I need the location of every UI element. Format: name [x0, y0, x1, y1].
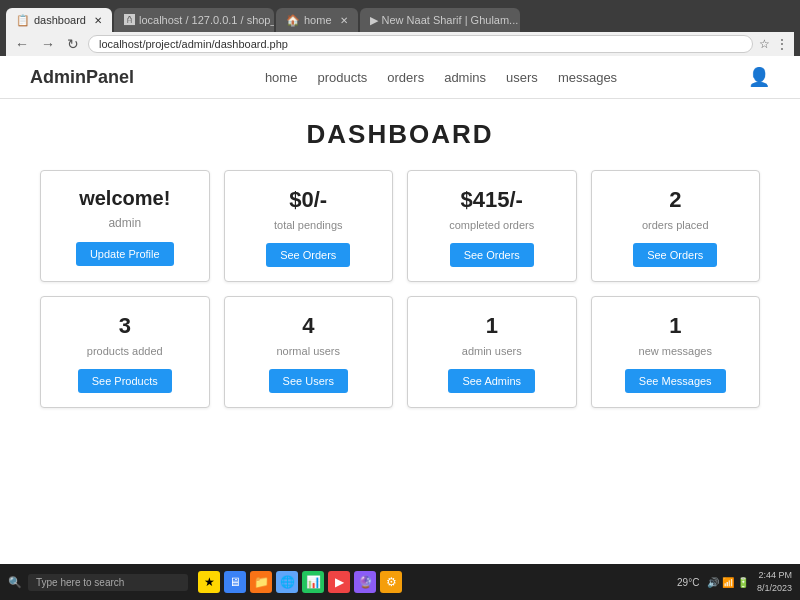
- tab-label: dashboard: [34, 14, 86, 26]
- cards-row-1: welcome! admin Update Profile $0/- total…: [40, 170, 760, 282]
- taskbar-icon-5[interactable]: 📊: [302, 571, 324, 593]
- card-pendings-label: total pendings: [274, 219, 343, 231]
- card-messages: 1 new messages See Messages: [591, 296, 761, 408]
- tab-close-btn[interactable]: ✕: [340, 15, 348, 26]
- card-admin-users-label: admin users: [462, 345, 522, 357]
- brand-name: AdminPanel: [30, 67, 134, 88]
- taskbar-clock: 2:44 PM 8/1/2023: [757, 569, 792, 594]
- tab-favicon: 📋: [16, 14, 30, 27]
- nav-messages[interactable]: messages: [558, 70, 617, 85]
- back-btn[interactable]: ←: [12, 36, 32, 52]
- tab-dashboard[interactable]: 📋 dashboard ✕: [6, 8, 112, 32]
- see-orders-placed-button[interactable]: See Orders: [633, 243, 717, 267]
- update-profile-button[interactable]: Update Profile: [76, 242, 174, 266]
- see-messages-button[interactable]: See Messages: [625, 369, 726, 393]
- card-completed-label: completed orders: [449, 219, 534, 231]
- nav-orders[interactable]: orders: [387, 70, 424, 85]
- see-orders-completed-button[interactable]: See Orders: [450, 243, 534, 267]
- tab-label: home: [304, 14, 332, 26]
- see-products-button[interactable]: See Products: [78, 369, 172, 393]
- card-products-value: 3: [119, 313, 131, 339]
- tab-favicon: ▶: [370, 14, 378, 27]
- tab-close-btn[interactable]: ✕: [94, 15, 102, 26]
- nav-home[interactable]: home: [265, 70, 298, 85]
- card-normal-users-label: normal users: [276, 345, 340, 357]
- card-completed-orders: $415/- completed orders See Orders: [407, 170, 577, 282]
- taskbar-icon-7[interactable]: 🔮: [354, 571, 376, 593]
- see-orders-pendings-button[interactable]: See Orders: [266, 243, 350, 267]
- card-admin-users: 1 admin users See Admins: [407, 296, 577, 408]
- taskbar-time-display: 2:44 PM: [757, 569, 792, 582]
- card-admin-users-value: 1: [486, 313, 498, 339]
- taskbar-icon-4[interactable]: 🌐: [276, 571, 298, 593]
- forward-btn[interactable]: →: [38, 36, 58, 52]
- tab-localhost[interactable]: 🅰 localhost / 127.0.0.1 / shop_db ✕: [114, 8, 274, 32]
- card-welcome-heading: welcome!: [79, 187, 170, 210]
- tab-naat[interactable]: ▶ New Naat Sharif | Ghulam... ✕: [360, 8, 520, 32]
- card-orders-placed: 2 orders placed See Orders: [591, 170, 761, 282]
- system-tray-icons: 🔊 📶 🔋: [707, 577, 749, 588]
- card-total-pendings: $0/- total pendings See Orders: [224, 170, 394, 282]
- taskbar-icon-8[interactable]: ⚙: [380, 571, 402, 593]
- settings-icon[interactable]: ⋮: [776, 37, 788, 51]
- top-nav: AdminPanel home products orders admins u…: [0, 56, 800, 99]
- bookmark-icon[interactable]: ☆: [759, 37, 770, 51]
- browser-icons: ☆ ⋮: [759, 37, 788, 51]
- card-products-label: products added: [87, 345, 163, 357]
- browser-chrome: 📋 dashboard ✕ 🅰 localhost / 127.0.0.1 / …: [0, 0, 800, 56]
- taskbar-icon-3[interactable]: 📁: [250, 571, 272, 593]
- card-admin-label: admin: [108, 216, 141, 230]
- nav-links: home products orders admins users messag…: [265, 70, 617, 85]
- taskbar-right: 29°C 🔊 📶 🔋 2:44 PM 8/1/2023: [677, 569, 792, 594]
- cards-row-2: 3 products added See Products 4 normal u…: [40, 296, 760, 408]
- card-pendings-value: $0/-: [289, 187, 327, 213]
- see-users-button[interactable]: See Users: [269, 369, 348, 393]
- tab-favicon: 🅰: [124, 14, 135, 26]
- card-messages-label: new messages: [639, 345, 712, 357]
- card-placed-value: 2: [669, 187, 681, 213]
- tab-label: New Naat Sharif | Ghulam...: [382, 14, 519, 26]
- dashboard-title: DASHBOARD: [40, 119, 760, 150]
- tab-favicon: 🏠: [286, 14, 300, 27]
- card-completed-value: $415/-: [461, 187, 523, 213]
- tab-label: localhost / 127.0.0.1 / shop_db: [139, 14, 274, 26]
- taskbar-icons: ★ 🖥 📁 🌐 📊 ▶ 🔮 ⚙: [198, 571, 402, 593]
- taskbar-search[interactable]: Type here to search: [28, 574, 188, 591]
- tab-home[interactable]: 🏠 home ✕: [276, 8, 358, 32]
- nav-admins[interactable]: admins: [444, 70, 486, 85]
- card-welcome: welcome! admin Update Profile: [40, 170, 210, 282]
- search-icon: 🔍: [8, 576, 22, 589]
- weather-display: 29°C: [677, 577, 699, 588]
- taskbar-icon-6[interactable]: ▶: [328, 571, 350, 593]
- nav-users[interactable]: users: [506, 70, 538, 85]
- address-text: localhost/project/admin/dashboard.php: [99, 38, 288, 50]
- taskbar-date-display: 8/1/2023: [757, 582, 792, 595]
- address-bar[interactable]: localhost/project/admin/dashboard.php: [88, 35, 753, 53]
- page-content: AdminPanel home products orders admins u…: [0, 56, 800, 600]
- address-bar-row: ← → ↻ localhost/project/admin/dashboard.…: [6, 32, 794, 56]
- card-products: 3 products added See Products: [40, 296, 210, 408]
- taskbar: 🔍 Type here to search ★ 🖥 📁 🌐 📊 ▶ 🔮 ⚙ 29…: [0, 564, 800, 600]
- card-normal-users-value: 4: [302, 313, 314, 339]
- taskbar-icon-2[interactable]: 🖥: [224, 571, 246, 593]
- nav-products[interactable]: products: [317, 70, 367, 85]
- reload-btn[interactable]: ↻: [64, 36, 82, 52]
- card-messages-value: 1: [669, 313, 681, 339]
- tab-bar: 📋 dashboard ✕ 🅰 localhost / 127.0.0.1 / …: [6, 4, 794, 32]
- dashboard-container: DASHBOARD welcome! admin Update Profile …: [0, 99, 800, 442]
- card-placed-label: orders placed: [642, 219, 709, 231]
- taskbar-search-text: Type here to search: [36, 577, 124, 588]
- see-admins-button[interactable]: See Admins: [448, 369, 535, 393]
- user-icon[interactable]: 👤: [748, 66, 770, 88]
- card-normal-users: 4 normal users See Users: [224, 296, 394, 408]
- taskbar-icon-1[interactable]: ★: [198, 571, 220, 593]
